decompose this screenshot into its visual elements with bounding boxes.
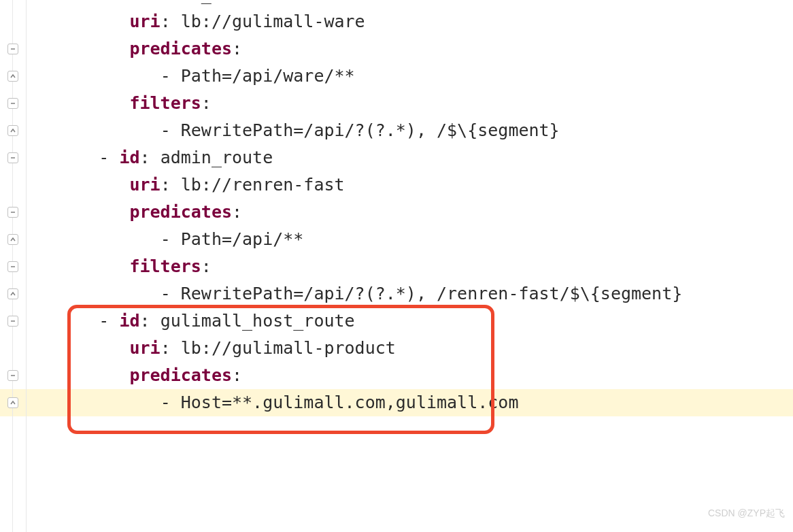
fold-end-icon[interactable] (7, 288, 18, 299)
fold-collapse-icon[interactable] (7, 370, 18, 381)
fold-collapse-icon[interactable] (7, 207, 18, 218)
code-line: - id: admin_route (37, 144, 682, 171)
code-line: - id: ware_route (37, 0, 682, 8)
fold-end-icon[interactable] (7, 125, 18, 136)
fold-collapse-icon[interactable] (7, 44, 18, 54)
code-line: predicates: (37, 199, 682, 226)
fold-track-inner (26, 0, 27, 532)
fold-end-icon[interactable] (7, 397, 18, 408)
fold-gutter (0, 0, 37, 532)
code-line: filters: (37, 253, 682, 280)
watermark: CSDN @ZYP起飞 (708, 499, 785, 527)
code-line: - RewritePath=/api/?(?.*), /renren-fast/… (37, 280, 682, 307)
code-line: predicates: (37, 35, 682, 63)
code-line: filters: (37, 90, 682, 117)
code-area: - id: ware_route uri: lb://gulimall-ware… (37, 0, 682, 416)
code-line: predicates: (37, 362, 682, 389)
code-line: - id: gulimall_host_route (37, 307, 682, 335)
code-line: - Path=/api/** (37, 226, 682, 253)
code-line: - Path=/api/ware/** (37, 63, 682, 90)
fold-collapse-icon[interactable] (7, 152, 18, 163)
code-line: uri: lb://renren-fast (37, 171, 682, 199)
code-line: - RewritePath=/api/?(?.*), /$\{segment} (37, 117, 682, 144)
code-line: - Host=**.gulimall.com,gulimall.com (37, 389, 682, 416)
code-line: uri: lb://gulimall-ware (37, 8, 682, 35)
fold-collapse-icon[interactable] (7, 98, 18, 109)
fold-end-icon[interactable] (7, 71, 18, 82)
code-line: uri: lb://gulimall-product (37, 335, 682, 362)
fold-collapse-icon[interactable] (7, 261, 18, 272)
fold-end-icon[interactable] (7, 234, 18, 245)
fold-collapse-icon[interactable] (7, 316, 18, 327)
